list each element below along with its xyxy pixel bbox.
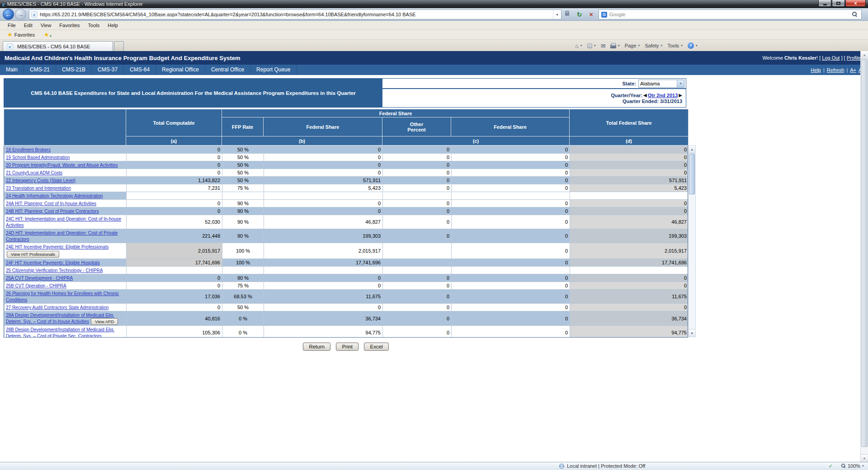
maximize-button[interactable] xyxy=(832,0,845,7)
cell-other: 0 xyxy=(383,311,452,326)
cell-other: 0 xyxy=(383,274,452,282)
state-select[interactable]: Alabama ▼ xyxy=(638,80,684,88)
minimize-button[interactable] xyxy=(818,0,831,7)
row-link[interactable]: 23 Translation and Interpretation xyxy=(6,186,71,191)
menu-help[interactable]: Help xyxy=(104,21,122,30)
page-scroll-down-button[interactable]: ▼ xyxy=(861,454,868,462)
row-link[interactable]: 24 Health Information Technology Adminis… xyxy=(6,193,103,198)
add-favorite-button[interactable]: ★ + xyxy=(41,32,52,38)
row-link[interactable]: 22 Interagency Costs (State Level) xyxy=(6,178,75,183)
cell-other: 0 xyxy=(383,282,452,290)
nav-regional-office[interactable]: Regional Office xyxy=(156,65,205,75)
page-scroll-up-button[interactable]: ▲ xyxy=(861,51,868,59)
nav-cms-21[interactable]: CMS-21 xyxy=(24,65,56,75)
row-link[interactable]: 24D HIT: Implementation and Operation: C… xyxy=(6,230,118,242)
nav-main[interactable]: Main xyxy=(0,65,24,75)
logout-link[interactable]: Log Out xyxy=(822,55,840,61)
close-icon: × xyxy=(854,0,857,6)
nav-cms-37[interactable]: CMS-37 xyxy=(92,65,124,75)
cell-other xyxy=(383,243,452,259)
menu-tools[interactable]: Tools xyxy=(84,21,104,30)
refresh-button[interactable]: ↻ xyxy=(574,9,585,19)
zoom-level: 100% xyxy=(848,463,860,469)
row-link[interactable]: 20 Program Integrity/Fraud, Waste, and A… xyxy=(6,163,118,168)
tools-menu-label: Tools xyxy=(667,43,679,48)
quarter-link[interactable]: Qtr 2nd 2013 xyxy=(648,93,678,98)
address-dropdown-icon[interactable]: ▼ xyxy=(553,10,561,19)
row-link[interactable]: 24A HIT: Planning: Cost of In-house Acti… xyxy=(6,201,96,206)
row-link[interactable]: 25A CVT Development - CHIPRA xyxy=(6,276,73,281)
row-action-button[interactable]: View HIT Professionals xyxy=(7,251,59,258)
cell-b: 0 xyxy=(264,274,383,282)
zoom-control[interactable]: 100% ▼ xyxy=(841,463,864,469)
browser-scrollbar[interactable]: ▲ ▼ xyxy=(860,51,868,462)
tools-menu-button[interactable]: Tools▼ xyxy=(667,43,683,48)
feeds-button[interactable]: ▼ xyxy=(587,43,596,48)
chevron-down-icon: ▼ xyxy=(594,44,596,47)
row-link[interactable]: 19 School Based Administration xyxy=(6,155,70,160)
row-link[interactable]: 18 Enrollment Brokers xyxy=(6,147,51,152)
select-arrow-icon[interactable]: ▼ xyxy=(677,80,684,87)
page-scrollbar-thumb[interactable] xyxy=(861,59,868,447)
row-link[interactable]: 24C HIT: Implementation and Operation: C… xyxy=(6,216,121,228)
scrollbar-thumb[interactable] xyxy=(689,154,695,194)
new-tab-button[interactable] xyxy=(114,41,124,51)
address-bar[interactable]: e https://65.220.21.9/MBESCBES/CMS64/CMS… xyxy=(29,9,561,19)
forward-button[interactable]: → xyxy=(15,9,26,20)
row-action-button[interactable]: View APD xyxy=(91,318,118,325)
font-increase-link[interactable]: A+ xyxy=(850,67,856,73)
menu-edit[interactable]: Edit xyxy=(20,21,37,30)
row-link[interactable]: 21 County/Local ADM Costs xyxy=(6,170,62,175)
print-button[interactable]: ▼ xyxy=(610,43,620,48)
state-label: State: xyxy=(622,81,636,86)
back-button[interactable]: ← xyxy=(3,9,14,20)
scroll-up-button[interactable]: ▲ xyxy=(689,146,695,153)
help-button[interactable]: ?▼ xyxy=(688,42,698,49)
nav-cms-64[interactable]: CMS-64 xyxy=(124,65,156,75)
close-button[interactable]: × xyxy=(845,0,866,7)
safety-menu-label: Safety xyxy=(645,43,659,48)
cell-a xyxy=(127,267,222,274)
prev-quarter-button[interactable]: ◀ xyxy=(643,93,647,98)
nav-report-queue[interactable]: Report Queue xyxy=(250,65,297,75)
return-button[interactable]: Return xyxy=(303,343,330,351)
scroll-down-button[interactable]: ▼ xyxy=(689,329,695,337)
home-button[interactable]: ⌂▼ xyxy=(575,43,583,49)
nav-cms-21b[interactable]: CMS-21B xyxy=(56,65,92,75)
page-menu-button[interactable]: Page▼ xyxy=(625,43,641,48)
table-scrollbar[interactable]: ▲ ▼ xyxy=(688,145,696,337)
read-mail-button[interactable]: ✉ xyxy=(601,43,606,49)
row-link[interactable]: 28B Design Development/Installation of M… xyxy=(6,327,114,338)
browser-tab[interactable]: e MBES/CBES - CMS 64.10 BASE xyxy=(3,41,113,51)
stop-button[interactable]: × xyxy=(586,9,596,19)
print-form-button[interactable]: Print xyxy=(336,343,359,351)
row-link[interactable]: 25B CVT Operation - CHIPRA xyxy=(6,283,66,288)
safety-menu-button[interactable]: Safety▼ xyxy=(645,43,663,48)
favorites-button[interactable]: ★ Favorites xyxy=(4,30,38,39)
row-label-cell: 24D HIT: Implementation and Operation: C… xyxy=(5,229,127,243)
search-icon[interactable] xyxy=(852,12,858,17)
menu-file[interactable]: File xyxy=(4,21,20,30)
row-link[interactable]: 26 Planning for Health Homes for Enrolle… xyxy=(6,291,119,302)
search-box[interactable]: G Google xyxy=(599,9,862,19)
table-row: 24E HIT Incentive Payments: Eligible Pro… xyxy=(5,243,689,259)
excel-button[interactable]: Excel xyxy=(364,343,388,351)
cell-other: 0 xyxy=(383,169,452,177)
command-bar: ⌂▼ ▼ ✉ ▼ Page▼ Safety▼ Tools▼ ?▼ xyxy=(575,41,698,50)
row-link[interactable]: 24E HIT Incentive Payments: Eligible Pro… xyxy=(6,244,108,249)
nav-central-office[interactable]: Central Office xyxy=(205,65,250,75)
row-link[interactable]: 24F HIT Incentive Payments: Eligible Hos… xyxy=(6,260,100,265)
menu-favorites[interactable]: Favorites xyxy=(55,21,84,30)
row-link[interactable]: 25 Citizenship Verification Technology -… xyxy=(6,268,103,273)
menu-view[interactable]: View xyxy=(37,21,56,30)
row-link[interactable]: 24B HIT: Planning: Cost of Private Contr… xyxy=(6,209,99,214)
next-quarter-button[interactable]: ▶ xyxy=(679,93,682,98)
cell-d: 46,827 xyxy=(570,215,689,229)
profile-link[interactable]: Profile xyxy=(847,55,861,61)
label-column-header xyxy=(4,109,126,146)
cell-a: 2,015,917 xyxy=(127,243,222,259)
row-link[interactable]: 27 Recovery Audit Contractors State Admi… xyxy=(6,305,108,310)
cell-other xyxy=(383,267,452,274)
refresh-link[interactable]: Refresh xyxy=(827,67,844,73)
help-link[interactable]: Help xyxy=(811,67,821,73)
